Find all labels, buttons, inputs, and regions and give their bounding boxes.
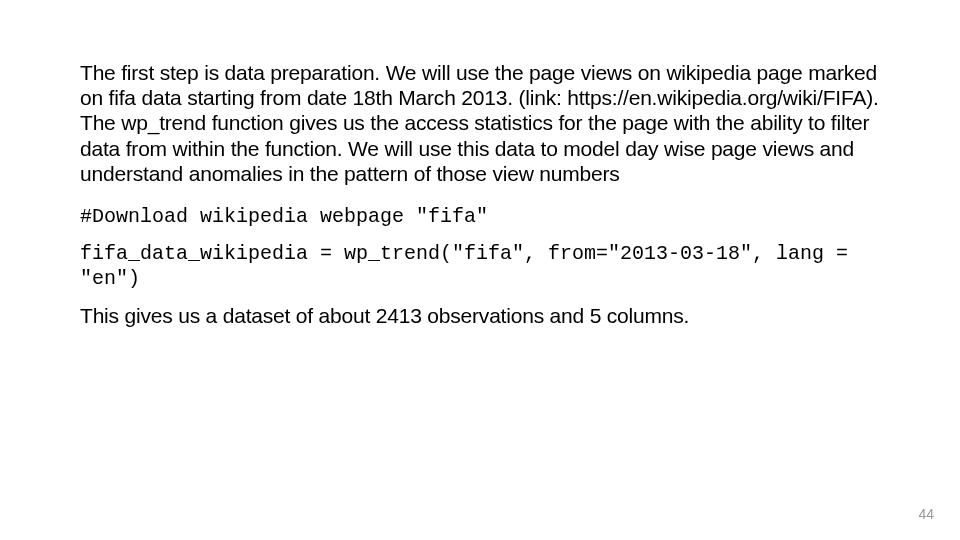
result-text: This gives us a dataset of about 2413 ob…	[80, 303, 880, 328]
code-line: fifa_data_wikipedia = wp_trend("fifa", f…	[80, 241, 880, 291]
slide: The first step is data preparation. We w…	[0, 0, 960, 540]
page-number: 44	[918, 506, 934, 522]
code-comment: #Download wikipedia webpage "fifa"	[80, 204, 880, 229]
body-paragraph: The first step is data preparation. We w…	[80, 60, 880, 186]
